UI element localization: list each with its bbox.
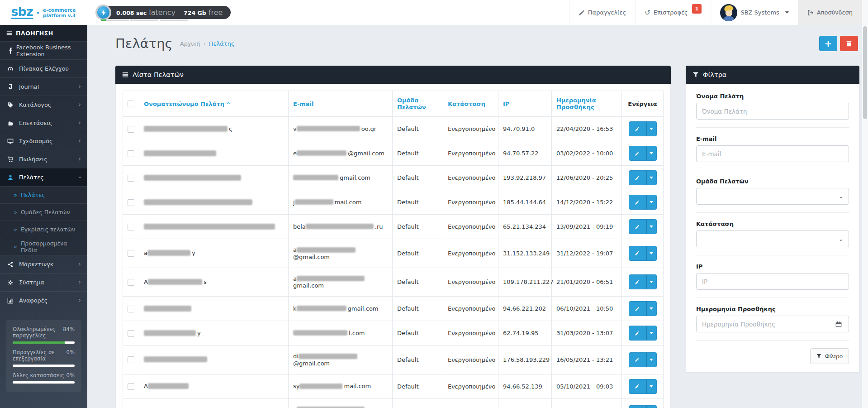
- select-all-checkbox[interactable]: [128, 101, 134, 107]
- calendar-button[interactable]: [828, 316, 849, 332]
- sidebar-subitem-7-2[interactable]: »Εγκρίσεις πελατών: [0, 221, 87, 238]
- sidebar-item-6[interactable]: Πωλήσεις›: [0, 150, 87, 168]
- list-panel-title: Λίστα Πελατών: [133, 71, 184, 78]
- breadcrumb-current[interactable]: Πελάτης: [209, 40, 235, 47]
- edit-dropdown-button[interactable]: [646, 352, 657, 367]
- double-chevron-icon: »: [14, 192, 17, 198]
- trash-icon: [846, 40, 852, 47]
- row-checkbox[interactable]: [128, 199, 134, 206]
- sidebar-item-5[interactable]: Σχεδιασμός›: [0, 132, 87, 150]
- column-header-3[interactable]: Κατάσταση: [443, 91, 498, 117]
- edit-button[interactable]: [629, 301, 646, 316]
- row-checkbox[interactable]: [128, 306, 134, 312]
- sidebar-item-10[interactable]: Αναφορές›: [0, 291, 87, 309]
- cell-status: Ενεργοποιημένο: [443, 297, 498, 321]
- row-checkbox[interactable]: [128, 279, 134, 286]
- cell-email: jmail.com: [289, 190, 393, 215]
- cell-date-added: 14/12/2020 - 15:22: [552, 190, 622, 215]
- filter-status-select[interactable]: ⌄: [696, 230, 849, 247]
- column-header-5[interactable]: Ημερομηνία Προσθήκης: [552, 91, 622, 117]
- column-header-1[interactable]: E-mail: [289, 91, 393, 117]
- returns-menu-item[interactable]: ↺ Επιστροφές 1: [635, 0, 711, 25]
- edit-dropdown-button[interactable]: [646, 246, 657, 261]
- cell-customer-group: Default: [393, 346, 443, 374]
- edit-button[interactable]: [629, 274, 646, 289]
- row-checkbox[interactable]: [128, 250, 134, 257]
- row-checkbox[interactable]: [128, 356, 134, 363]
- sidebar-item-3[interactable]: Κατάλογος›: [0, 96, 87, 114]
- edit-button[interactable]: [629, 219, 646, 234]
- column-header-2[interactable]: Ομάδα Πελατών: [393, 91, 443, 117]
- filter-panel-title: Φίλτρα: [703, 71, 726, 78]
- row-checkbox[interactable]: [128, 224, 134, 230]
- sidebar-subitem-7-1[interactable]: »Ομάδες Πελατών: [0, 203, 87, 221]
- filter-ip-input[interactable]: [696, 273, 849, 290]
- row-checkbox[interactable]: [128, 330, 134, 337]
- scrollbar-thumb[interactable]: [863, 26, 867, 119]
- sidebar-item-4[interactable]: Επεκτάσεις›: [0, 114, 87, 132]
- redacted-text: [293, 330, 347, 336]
- redacted-text: [148, 383, 189, 389]
- page-scrollbar[interactable]: [862, 0, 868, 408]
- cell-email: kgmail.com: [289, 297, 393, 321]
- brand-logo[interactable]: sbz · e-commerce platform v.3: [0, 0, 87, 25]
- cell-customer-name: [139, 346, 289, 374]
- edit-dropdown-button[interactable]: [646, 146, 657, 161]
- breadcrumb-home[interactable]: Αρχική: [180, 40, 200, 47]
- sidebar-item-8[interactable]: Μάρκετινγκ›: [0, 255, 87, 273]
- edit-dropdown-button[interactable]: [646, 121, 657, 136]
- sidebar-subitem-7-0[interactable]: »Πελάτες: [0, 186, 87, 203]
- sidebar-item-7[interactable]: Πελάτες›: [0, 168, 87, 186]
- column-header-name[interactable]: Ονοματεπώνυμο Πελάτη^: [139, 91, 289, 117]
- table-row: gmail.comDefaultΕνεργοποιημένο193.92.218…: [123, 166, 664, 190]
- lightning-icon: [95, 5, 111, 20]
- redacted-text: [144, 150, 216, 156]
- topbar-menu: Παραγγελίες ↺ Επιστροφές 1 SBZ Systems Α…: [569, 0, 862, 25]
- edit-dropdown-button[interactable]: [646, 379, 657, 394]
- sidebar-item-1[interactable]: Πίνακας Ελέγχου: [0, 59, 87, 77]
- orders-menu-item[interactable]: Παραγγελίες: [569, 0, 635, 25]
- edit-button[interactable]: [629, 121, 646, 136]
- user-menu[interactable]: SBZ Systems: [711, 0, 797, 25]
- edit-dropdown-button[interactable]: [646, 219, 657, 234]
- filter-group-select[interactable]: ⌄: [696, 188, 849, 205]
- table-row: bela.ruDefaultΕνεργοποιημένο65.21.134.23…: [123, 215, 664, 239]
- edit-dropdown-button[interactable]: [646, 301, 657, 316]
- edit-button[interactable]: [629, 170, 646, 185]
- edit-dropdown-button[interactable]: [646, 405, 657, 408]
- sidebar-item-0[interactable]: Facebook Business Extension: [0, 41, 87, 59]
- sidebar-item-2[interactable]: Journal›: [0, 77, 87, 96]
- edit-button[interactable]: [629, 352, 646, 367]
- cell-date-added: 05/12/2020 - 11:07: [552, 398, 622, 408]
- redacted-text: [144, 356, 207, 362]
- sidebar-item-9[interactable]: Σύστημα›: [0, 273, 87, 291]
- row-checkbox[interactable]: [128, 150, 134, 157]
- apply-filter-button[interactable]: Φίλτρο: [810, 348, 849, 364]
- edit-dropdown-button[interactable]: [646, 274, 657, 289]
- chevron-right-icon: ›: [78, 120, 81, 126]
- edit-button[interactable]: [629, 405, 646, 408]
- edit-dropdown-button[interactable]: [646, 195, 657, 210]
- filter-date-input[interactable]: [696, 316, 828, 332]
- row-checkbox[interactable]: [128, 126, 134, 133]
- delete-customer-button[interactable]: [840, 36, 858, 51]
- edit-button[interactable]: [629, 146, 646, 161]
- logout-label: Αποσύνδεση: [817, 9, 853, 16]
- edit-dropdown-button[interactable]: [646, 170, 657, 185]
- logout-button[interactable]: Αποσύνδεση: [798, 0, 862, 25]
- cell-ip: 193.92.218.97: [498, 166, 552, 190]
- row-checkbox[interactable]: [128, 383, 134, 390]
- column-header-4[interactable]: IP: [498, 91, 552, 117]
- add-customer-button[interactable]: +: [819, 36, 837, 51]
- edit-button[interactable]: [629, 326, 646, 341]
- edit-button[interactable]: [629, 246, 646, 261]
- filter-name-input[interactable]: [696, 103, 849, 120]
- edit-button[interactable]: [629, 379, 646, 394]
- calendar-icon: [835, 321, 842, 327]
- filter-email-input[interactable]: [696, 145, 849, 162]
- row-checkbox[interactable]: [128, 175, 134, 182]
- cell-email: a@gmail.com: [289, 239, 393, 268]
- sidebar-subitem-7-3[interactable]: »Προσαρμοσμένα Πεδία: [0, 238, 87, 255]
- edit-dropdown-button[interactable]: [646, 326, 657, 341]
- edit-button[interactable]: [629, 195, 646, 210]
